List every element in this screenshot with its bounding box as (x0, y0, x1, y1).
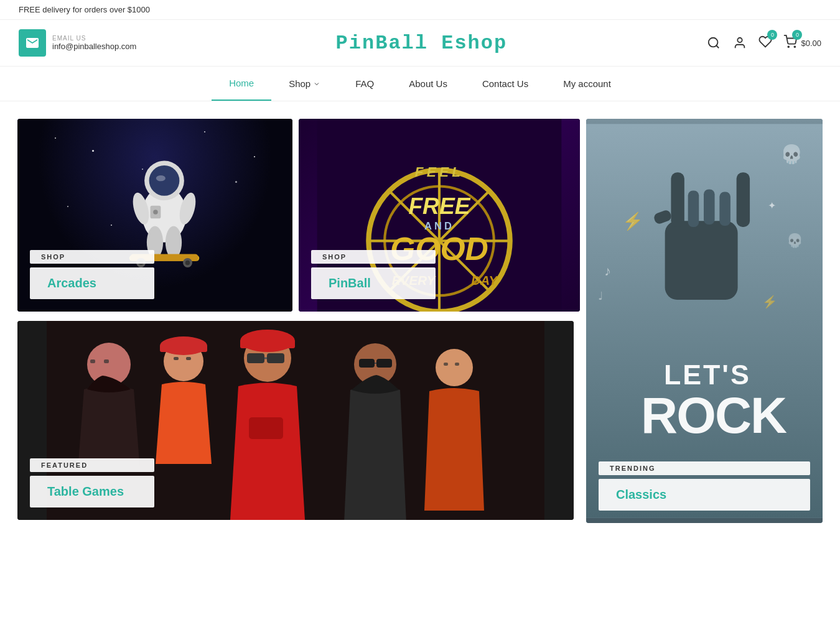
top-bar: FREE delivery for orders over $1000 (0, 0, 840, 20)
card-arcades[interactable]: SHOP Arcades (17, 119, 292, 312)
nav-about[interactable]: About Us (391, 67, 465, 100)
svg-rect-45 (688, 191, 699, 227)
svg-text:FREE: FREE (408, 193, 470, 219)
svg-rect-43 (737, 172, 750, 227)
svg-rect-59 (174, 357, 179, 360)
svg-rect-70 (376, 359, 392, 368)
svg-rect-58 (160, 345, 207, 352)
svg-rect-35 (586, 124, 823, 517)
search-button[interactable] (706, 35, 721, 50)
svg-text:💀: 💀 (786, 233, 803, 249)
svg-rect-62 (247, 353, 264, 363)
svg-rect-73 (444, 363, 448, 366)
classics-title[interactable]: Classics (599, 479, 810, 511)
account-icon (733, 36, 747, 50)
svg-rect-74 (455, 363, 459, 366)
svg-point-3 (788, 46, 790, 47)
email-icon (25, 35, 40, 50)
product-grid: SHOP Arcades FEEL FREE AND (0, 119, 840, 523)
svg-point-7 (149, 165, 180, 196)
email-icon-box (19, 29, 46, 57)
card-pinball[interactable]: FEEL FREE AND GOOD EVERY DAY SHOP PinBal… (299, 119, 580, 312)
svg-text:FEEL: FEEL (415, 164, 464, 180)
svg-text:✦: ✦ (768, 200, 776, 211)
nav-shop[interactable]: Shop (271, 67, 338, 100)
svg-rect-66 (240, 340, 295, 348)
svg-rect-46 (704, 190, 715, 225)
astronaut-svg (118, 137, 211, 268)
svg-rect-67 (249, 417, 283, 439)
svg-point-20 (153, 210, 158, 215)
svg-text:DAY: DAY (471, 273, 498, 287)
arcades-label-area: SHOP Arcades (30, 250, 154, 299)
arcades-tag: SHOP (30, 250, 154, 264)
classics-tag: TRENDING (599, 461, 810, 475)
svg-rect-47 (719, 192, 730, 226)
chevron-down-icon (313, 80, 320, 88)
free-delivery-text: FREE delivery for orders over $1000 (19, 5, 150, 14)
tablegames-tag: FEATURED (30, 458, 154, 472)
svg-point-2 (738, 38, 742, 42)
cart-price: $0.00 (801, 39, 821, 48)
pinball-title[interactable]: PinBall (311, 267, 436, 299)
svg-rect-54 (90, 359, 95, 363)
svg-point-72 (436, 349, 473, 386)
email-address: info@pinballeshop.com (52, 42, 136, 51)
svg-point-0 (709, 38, 718, 47)
nav-myaccount[interactable]: My account (546, 67, 628, 100)
main-nav: Home Shop FAQ About Us Contact Us My acc… (0, 66, 840, 101)
header-contact: EMAIL US info@pinballeshop.com (19, 29, 136, 57)
nav-home[interactable]: Home (212, 67, 271, 101)
account-button[interactable] (732, 35, 747, 50)
svg-rect-42 (671, 172, 684, 227)
svg-text:LET'S: LET'S (664, 359, 751, 390)
svg-text:💀: 💀 (780, 143, 803, 165)
svg-text:♩: ♩ (598, 290, 603, 302)
search-icon (707, 36, 721, 50)
email-info: EMAIL US info@pinballeshop.com (52, 35, 136, 51)
site-logo[interactable]: PinBall Eshop (336, 32, 508, 55)
cart-button[interactable]: 0 $0.00 (783, 35, 821, 51)
svg-point-18 (185, 261, 190, 266)
svg-text:ROCK: ROCK (641, 387, 787, 443)
wishlist-button[interactable]: 0 (758, 35, 772, 51)
svg-point-4 (795, 46, 796, 47)
header: EMAIL US info@pinballeshop.com PinBall E… (0, 20, 840, 66)
svg-rect-41 (665, 221, 738, 300)
svg-rect-60 (186, 357, 191, 360)
svg-rect-69 (359, 359, 375, 368)
arcades-title[interactable]: Arcades (30, 267, 154, 299)
email-label: EMAIL US (52, 35, 136, 42)
svg-rect-55 (104, 359, 109, 363)
svg-line-1 (717, 45, 719, 48)
pinball-label-area: SHOP PinBall (311, 250, 436, 299)
wishlist-badge: 0 (767, 30, 777, 40)
pinball-tag: SHOP (311, 250, 436, 264)
card-classics[interactable]: 💀 💀 ♪ ♩ ✦ ⚡ (586, 119, 823, 523)
tablegames-label-area: FEATURED Table Games (30, 458, 154, 507)
svg-text:♪: ♪ (604, 264, 611, 279)
cart-icon-container: 0 (783, 35, 797, 51)
header-actions: 0 0 $0.00 (706, 35, 821, 51)
svg-point-12 (166, 226, 182, 259)
card-tablegames[interactable]: FEATURED Table Games (17, 321, 574, 520)
nav-contact[interactable]: Contact Us (465, 67, 546, 100)
classics-label-area: TRENDING Classics (599, 461, 810, 511)
svg-rect-63 (267, 353, 284, 363)
svg-text:⚡: ⚡ (622, 211, 644, 231)
svg-point-8 (156, 175, 166, 181)
svg-text:AND: AND (424, 220, 454, 232)
nav-faq[interactable]: FAQ (338, 67, 391, 100)
tablegames-title[interactable]: Table Games (30, 476, 154, 507)
svg-text:⚡: ⚡ (762, 294, 778, 309)
